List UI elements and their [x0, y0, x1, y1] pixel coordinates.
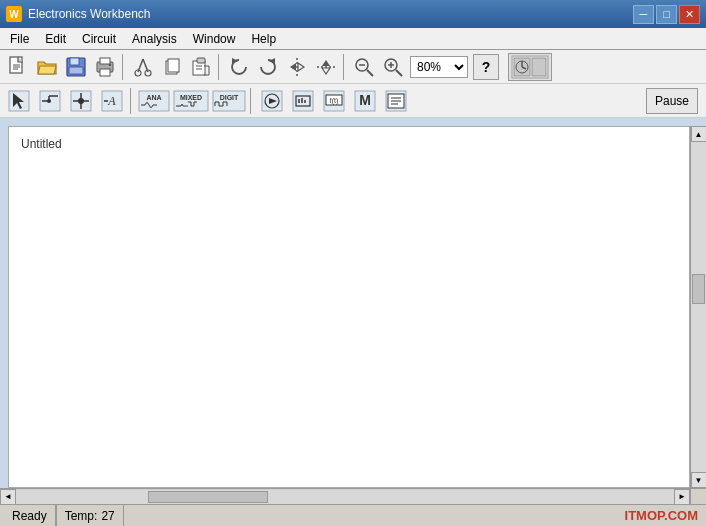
display-button[interactable]: f(t)	[319, 87, 349, 115]
menu-analysis[interactable]: Analysis	[124, 28, 185, 49]
svg-rect-12	[109, 64, 111, 66]
canvas-title: Untitled	[21, 137, 62, 151]
toolbar-sep-1	[122, 54, 126, 80]
toolbar-1: 80% 50% 100% 125% 150% ?	[0, 50, 706, 84]
svg-text:DIGIT: DIGIT	[220, 94, 239, 101]
new-button[interactable]	[4, 54, 32, 80]
svg-marker-23	[232, 58, 238, 64]
svg-text:ANA: ANA	[146, 94, 161, 101]
paste-button[interactable]	[187, 54, 215, 80]
svg-marker-26	[290, 63, 296, 71]
vscroll-track[interactable]	[691, 142, 706, 472]
label-tool[interactable]: A	[97, 87, 127, 115]
flip-h-button[interactable]	[283, 54, 311, 80]
minimize-button[interactable]: ─	[633, 5, 654, 24]
watermark: ITMOP.COM	[625, 508, 702, 523]
scroll-left-arrow[interactable]: ◄	[0, 489, 16, 505]
toolbar-2: A ANA MIXED DIGIT	[0, 84, 706, 118]
zoom-select[interactable]: 80% 50% 100% 125% 150%	[410, 56, 468, 78]
instrument-panel[interactable]	[508, 53, 552, 81]
svg-line-35	[396, 70, 402, 76]
title-bar: W Electronics Workbench ─ □ ✕	[0, 0, 706, 28]
junction-tool[interactable]	[66, 87, 96, 115]
temp-value: 27	[101, 509, 114, 523]
scroll-right-arrow[interactable]: ►	[674, 489, 690, 505]
save-button[interactable]	[62, 54, 90, 80]
temp-label: Temp:	[65, 509, 98, 523]
app-title: Electronics Workbench	[28, 7, 627, 21]
vertical-scrollbar: ▲ ▼	[690, 126, 706, 488]
pause-button[interactable]: Pause	[646, 88, 698, 114]
svg-rect-40	[532, 58, 546, 76]
describe-button[interactable]	[381, 87, 411, 115]
canvas: Untitled	[8, 126, 690, 488]
scroll-up-arrow[interactable]: ▲	[691, 126, 707, 142]
flip-v-button[interactable]	[312, 54, 340, 80]
scroll-down-arrow[interactable]: ▼	[691, 472, 707, 488]
menu-file[interactable]: File	[2, 28, 37, 49]
close-button[interactable]: ✕	[679, 5, 700, 24]
rotate-cw-button[interactable]	[254, 54, 282, 80]
zoom-out-button[interactable]	[350, 54, 378, 80]
open-button[interactable]	[33, 54, 61, 80]
toolbar-sep-3	[343, 54, 347, 80]
menu-window[interactable]: Window	[185, 28, 244, 49]
svg-marker-27	[298, 63, 304, 71]
svg-point-50	[47, 99, 51, 103]
help-button[interactable]: ?	[473, 54, 499, 80]
menu-help[interactable]: Help	[243, 28, 284, 49]
menu-edit[interactable]: Edit	[37, 28, 74, 49]
toolbar-sep-2	[218, 54, 222, 80]
svg-text:M: M	[359, 92, 371, 108]
window-controls: ─ □ ✕	[633, 5, 700, 24]
wire-tool[interactable]	[35, 87, 65, 115]
ready-text: Ready	[12, 509, 47, 523]
print-button[interactable]	[91, 54, 119, 80]
digital-components[interactable]: DIGIT	[211, 87, 247, 115]
svg-rect-8	[69, 67, 83, 74]
zoom-control: 80% 50% 100% 125% 150%	[410, 56, 468, 78]
svg-text:MIXED: MIXED	[180, 94, 202, 101]
toolbar2-sep-2	[250, 88, 254, 114]
maximize-button[interactable]: □	[656, 5, 677, 24]
mixed-components[interactable]: MIXED	[172, 87, 210, 115]
svg-rect-7	[70, 58, 79, 65]
svg-marker-30	[322, 68, 330, 74]
copy-button[interactable]	[158, 54, 186, 80]
scroll-corner	[690, 488, 706, 504]
svg-rect-11	[100, 69, 110, 76]
rotate-ccw-button[interactable]	[225, 54, 253, 80]
toolbar2-sep-1	[130, 88, 134, 114]
analog-components[interactable]: ANA	[137, 87, 171, 115]
hscroll-thumb[interactable]	[148, 491, 268, 503]
pointer-tool[interactable]	[4, 87, 34, 115]
horizontal-scrollbar: ◄ ►	[0, 488, 690, 504]
main-area: Untitled ▲ ▼ ◄ ►	[0, 118, 706, 504]
indicators-button[interactable]	[288, 87, 318, 115]
svg-rect-20	[197, 58, 205, 63]
status-ready: Ready	[4, 505, 56, 526]
app-icon: W	[6, 6, 22, 22]
zoom-in-button[interactable]	[379, 54, 407, 80]
source-button[interactable]	[257, 87, 287, 115]
svg-text:f(t): f(t)	[330, 97, 339, 105]
canvas-container: Untitled ▲ ▼ ◄ ►	[0, 118, 706, 504]
svg-rect-18	[168, 59, 179, 72]
menu-bar: File Edit Circuit Analysis Window Help	[0, 28, 706, 50]
svg-line-32	[367, 70, 373, 76]
vscroll-thumb[interactable]	[692, 274, 705, 304]
svg-rect-10	[100, 58, 110, 64]
menu-circuit[interactable]: Circuit	[74, 28, 124, 49]
misc-button[interactable]: M	[350, 87, 380, 115]
cut-button[interactable]	[129, 54, 157, 80]
hscroll-track[interactable]	[16, 490, 674, 504]
svg-marker-24	[269, 58, 275, 64]
svg-text:W: W	[9, 9, 19, 20]
status-bar: Ready Temp: 27 ITMOP.COM	[0, 504, 706, 526]
svg-marker-29	[322, 60, 330, 66]
svg-point-54	[78, 98, 84, 104]
status-temp: Temp: 27	[56, 505, 124, 526]
svg-text:A: A	[107, 94, 116, 108]
